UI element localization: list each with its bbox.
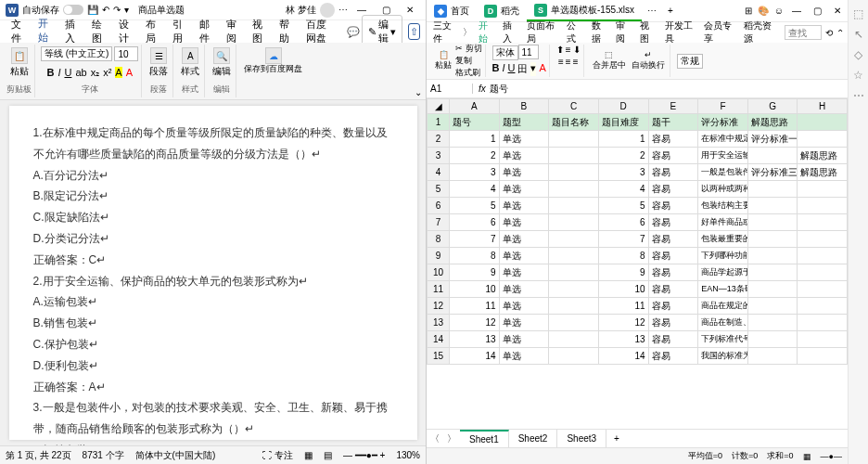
sheet-nav-prev-icon[interactable]: 〈	[427, 432, 443, 445]
cell[interactable]: 解题思路	[747, 114, 798, 131]
cell[interactable]: 容易	[648, 231, 698, 248]
xfont-name[interactable]: 宋体	[492, 45, 518, 60]
ribbon-options-icon[interactable]: ⋯	[338, 5, 348, 15]
status-page[interactable]: 第 1 页, 共 22页	[6, 449, 71, 462]
autosave-toggle[interactable]	[63, 5, 83, 15]
cell[interactable]: 用于安全运输、保护商品的较大单元的包装形式称为	[698, 148, 748, 164]
align-center-icon[interactable]: ≡	[566, 57, 571, 67]
align-right-icon[interactable]: ≡	[573, 57, 579, 67]
cell[interactable]: 商品在制造、储存和使用中，保证人身与环境无遭受伤害的程度为商品的（）	[698, 315, 748, 331]
wrap-button[interactable]: ↵自动换行	[630, 49, 667, 72]
cell[interactable]: 单选	[499, 148, 549, 164]
cell[interactable]	[549, 264, 599, 281]
search-input[interactable]	[785, 25, 822, 40]
cell[interactable]	[549, 281, 599, 298]
cell[interactable]	[747, 264, 798, 281]
cell[interactable]: 单选	[499, 281, 549, 298]
cell[interactable]: 8	[598, 248, 648, 264]
cell[interactable]	[747, 348, 798, 365]
row-header[interactable]: 4	[428, 164, 450, 181]
cell[interactable]: 包装结构主要由两个件组成，是一层较软或带弹性的覆盖。另一层可用织料、铝箔或纸板作…	[698, 198, 748, 214]
undo-icon[interactable]: ↶	[102, 5, 109, 15]
row-header[interactable]: 8	[428, 231, 450, 248]
cell[interactable]: 容易	[648, 131, 698, 148]
save-cloud-button[interactable]: ☁保存到百度网盘	[242, 46, 304, 75]
cell[interactable]: 容易	[648, 315, 698, 331]
cell[interactable]	[798, 181, 848, 198]
xitalic[interactable]: I	[502, 62, 504, 76]
cell[interactable]	[549, 214, 599, 231]
row-header[interactable]: 6	[428, 198, 450, 214]
cell[interactable]: 下列哪种功能使得商品与标准签约环节具有广泛的适应性（）	[698, 248, 748, 264]
col-header[interactable]: E	[648, 99, 698, 114]
xpaste-button[interactable]: 📋粘贴	[433, 49, 453, 72]
bold-button[interactable]: B	[46, 67, 54, 78]
cell[interactable]: 2	[598, 148, 648, 164]
cell[interactable]	[798, 264, 848, 281]
cell[interactable]: 题型	[499, 114, 549, 131]
cell[interactable]	[798, 248, 848, 264]
cell[interactable]	[798, 298, 848, 315]
xview-icon[interactable]: ▦	[803, 452, 811, 461]
cell[interactable]: 我国的标准为四级	[698, 348, 748, 365]
row-header[interactable]: 9	[428, 248, 450, 264]
cell[interactable]: 包装最重要的功能是（）	[698, 231, 748, 248]
cell[interactable]: 容易	[648, 181, 698, 198]
cell[interactable]	[747, 315, 798, 331]
add-sheet-icon[interactable]: +	[606, 433, 627, 444]
cell[interactable]	[798, 281, 848, 298]
cell[interactable]	[747, 298, 798, 315]
cell[interactable]: 8	[450, 248, 500, 264]
cell[interactable]: 题号	[450, 114, 500, 131]
side-shapes-icon[interactable]: ◇	[854, 48, 862, 61]
col-header[interactable]: D	[598, 99, 648, 114]
cell[interactable]: 题目难度	[598, 114, 648, 131]
redo-icon[interactable]: ↷	[113, 5, 121, 15]
sheet-nav-next-icon[interactable]: 〉	[443, 432, 460, 445]
share-icon[interactable]: ⇧	[408, 23, 420, 40]
sheet-tab-3[interactable]: Sheet3	[557, 430, 606, 447]
cell[interactable]: 13	[450, 331, 500, 348]
copy-button[interactable]: 复制	[455, 55, 482, 67]
row-header[interactable]: 7	[428, 214, 450, 231]
cell[interactable]: 14	[450, 348, 500, 365]
cell[interactable]	[549, 181, 599, 198]
col-header[interactable]: F	[698, 99, 748, 114]
cell[interactable]: 5	[598, 198, 648, 214]
cell[interactable]: 容易	[648, 298, 698, 315]
xfill-icon[interactable]: ▾	[530, 62, 536, 76]
save-icon[interactable]: 💾	[87, 5, 98, 15]
cell[interactable]	[798, 315, 848, 331]
row-header[interactable]: 12	[428, 298, 450, 315]
cell[interactable]: 容易	[648, 348, 698, 365]
status-lang[interactable]: 简体中文(中国大陆)	[135, 449, 216, 462]
cell[interactable]	[549, 131, 599, 148]
cell[interactable]	[549, 315, 599, 331]
cell[interactable]	[747, 281, 798, 298]
cell[interactable]: 容易	[648, 148, 698, 164]
formula-input[interactable]: 题号	[490, 83, 508, 96]
cell[interactable]: 单选	[499, 131, 549, 148]
xfont-size[interactable]: 11	[518, 45, 539, 59]
col-header[interactable]: A	[450, 99, 500, 114]
cell[interactable]: 1	[598, 131, 648, 148]
collapse-ribbon-icon[interactable]: ⌃	[836, 28, 844, 38]
cell[interactable]: 13	[598, 331, 648, 348]
close-icon[interactable]: ✕	[400, 2, 420, 19]
format-brush-button[interactable]: 格式刷	[455, 67, 482, 79]
cell[interactable]	[549, 198, 599, 214]
cell[interactable]	[549, 348, 599, 365]
cell[interactable]: 容易	[648, 248, 698, 264]
excel-close-icon[interactable]: ✕	[827, 3, 848, 19]
cell[interactable]: 9	[450, 264, 500, 281]
paragraph-button[interactable]: ☰段落	[147, 46, 170, 79]
sync-icon[interactable]: ⟲	[825, 28, 833, 38]
cell[interactable]: 评分标准一	[747, 131, 798, 148]
font-color-button[interactable]: A	[126, 67, 133, 78]
cell[interactable]: 3	[598, 164, 648, 181]
cell[interactable]	[798, 348, 848, 365]
row-header[interactable]: 10	[428, 264, 450, 281]
cell[interactable]	[747, 198, 798, 214]
font-name-select[interactable]: 等线 (中文正文)	[41, 46, 112, 61]
cell[interactable]: 容易	[648, 281, 698, 298]
